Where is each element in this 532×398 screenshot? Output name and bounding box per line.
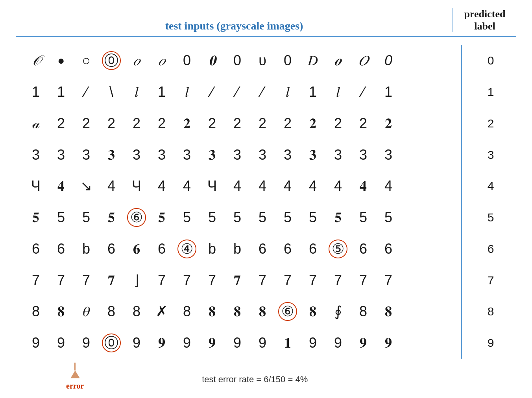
digit-row-1: 11∕\𝑙1𝑙∕∕∕𝑙1𝑙∕11 <box>16 76 516 108</box>
digit-cell-1-14: 1 <box>376 84 401 100</box>
digit-cell-7-6: 7 <box>175 272 199 289</box>
row-divider-3 <box>461 139 462 171</box>
digit-cell-6-14: 6 <box>376 241 401 257</box>
digit-cell-3-12: 3 <box>326 147 350 163</box>
predicted-number-5: 5 <box>488 211 494 224</box>
digit-cell-0-10: 0 <box>275 52 300 69</box>
digit-row-3: 333𝟑333𝟑333𝟑3333 <box>16 139 516 171</box>
digit-cell-5-0: 𝟓 <box>24 209 48 226</box>
digit-cell-2-13: 2 <box>351 115 375 132</box>
digit-cell-6-12: ⑤ <box>326 241 350 257</box>
digit-cell-4-7: Ч <box>200 178 224 194</box>
digit-cell-0-11: 𝐷 <box>301 52 325 69</box>
row-divider-0 <box>461 45 462 76</box>
digit-cell-0-0: 𝒪 <box>24 52 48 69</box>
digit-cell-5-2: 5 <box>74 209 98 226</box>
row-divider-7 <box>461 265 462 296</box>
arrow-stem <box>74 363 76 370</box>
digit-cell-4-4: Ч <box>124 178 149 194</box>
digit-cell-7-12: 7 <box>326 272 350 289</box>
digit-cell-5-12: 𝟓 <box>326 209 350 226</box>
digit-cell-3-8: 3 <box>225 147 249 163</box>
predicted-cell-3: 3 <box>465 148 516 162</box>
digit-cell-5-7: 5 <box>200 209 224 226</box>
digit-cell-3-1: 3 <box>49 147 73 163</box>
digit-cell-7-4: ⌋ <box>124 272 149 289</box>
digit-cell-8-10: ⑥ <box>275 303 300 320</box>
digit-cell-5-9: 5 <box>250 209 275 226</box>
digit-cell-3-7: 𝟑 <box>200 147 224 163</box>
digit-cell-8-3: 8 <box>99 303 124 320</box>
digit-cell-1-3: \ <box>99 84 124 100</box>
images-wrapper-0: 𝒪●○⓪𝑜𝑜0𝟎0υ0𝐷𝒐𝑂0 <box>16 51 458 70</box>
digit-cell-3-10: 3 <box>275 147 300 163</box>
digit-cell-3-9: 3 <box>250 147 275 163</box>
digit-cell-4-6: 4 <box>175 178 199 194</box>
digit-cell-5-5: 𝟓 <box>150 209 174 226</box>
digit-cell-9-13: 𝟗 <box>351 335 375 351</box>
digit-cell-9-1: 9 <box>49 335 73 351</box>
digit-cell-2-3: 2 <box>99 115 124 132</box>
digit-cell-7-5: 7 <box>150 272 174 289</box>
digit-cell-9-7: 𝟗 <box>200 335 224 351</box>
digit-cell-6-11: 6 <box>301 241 325 257</box>
digit-cell-9-10: 𝟏 <box>275 335 300 351</box>
digit-row-8: 8𝟖𝜃88✗8𝟖𝟖𝟖⑥𝟖∮8𝟖8 <box>16 296 516 328</box>
digit-cell-5-1: 5 <box>49 209 73 226</box>
digit-cell-2-14: 𝟐 <box>376 115 401 132</box>
digit-cell-0-5: 𝑜 <box>150 52 174 69</box>
digit-cell-0-7: 𝟎 <box>200 52 224 69</box>
digit-cell-9-2: 9 <box>74 335 98 351</box>
digit-cell-8-7: 𝟖 <box>200 303 224 320</box>
digit-cell-9-0: 9 <box>24 335 48 351</box>
digit-cell-1-10: 𝑙 <box>275 84 300 100</box>
digit-cell-6-6: ④ <box>175 241 199 257</box>
digit-cell-9-12: 9 <box>326 335 350 351</box>
digit-cell-4-14: 4 <box>376 178 401 194</box>
digit-cell-7-8: 𝟕 <box>225 272 249 289</box>
digit-cell-9-11: 9 <box>301 335 325 351</box>
digit-cell-1-6: 𝑙 <box>175 84 199 100</box>
digit-cell-0-14: 0 <box>376 52 401 69</box>
digit-cell-1-7: ∕ <box>200 84 224 100</box>
digit-row-4: Ч𝟒↘4Ч44Ч44444𝟒44 <box>16 170 516 202</box>
digit-cell-9-5: 𝟗 <box>150 335 174 351</box>
content-area: 𝒪●○⓪𝑜𝑜0𝟎0υ0𝐷𝒐𝑂0011∕\𝑙1𝑙∕∕∕𝑙1𝑙∕11𝒶22222𝟐2… <box>16 41 516 359</box>
digit-cell-3-6: 3 <box>175 147 199 163</box>
digit-cell-8-5: ✗ <box>150 303 174 320</box>
predicted-number-4: 4 <box>488 179 494 193</box>
digit-cell-6-5: 6 <box>150 241 174 257</box>
digit-cell-3-5: 3 <box>150 147 174 163</box>
digit-cell-6-13: 6 <box>351 241 375 257</box>
predicted-cell-0: 0 <box>465 54 516 67</box>
digit-cell-4-11: 4 <box>301 178 325 194</box>
digit-cell-5-6: 5 <box>175 209 199 226</box>
digit-cell-2-4: 2 <box>124 115 149 132</box>
digit-cell-6-8: b <box>225 241 249 257</box>
digit-cell-4-9: 4 <box>250 178 275 194</box>
digit-cell-8-9: 𝟖 <box>250 303 275 320</box>
digit-cell-6-0: 6 <box>24 241 48 257</box>
predicted-number-2: 2 <box>488 117 494 130</box>
digit-cell-1-5: 1 <box>150 84 174 100</box>
digit-cell-2-8: 2 <box>225 115 249 132</box>
digit-cell-4-1: 𝟒 <box>49 178 73 194</box>
digit-cell-1-2: ∕ <box>74 84 98 100</box>
row-divider-2 <box>461 108 462 139</box>
digit-cell-0-1: ● <box>49 54 73 67</box>
digit-cell-4-3: 4 <box>99 178 124 194</box>
predicted-number-1: 1 <box>488 85 494 99</box>
digit-cell-8-11: 𝟖 <box>301 303 325 320</box>
digit-row-6: 66b6𝟔6④bb666⑤666 <box>16 233 516 265</box>
digit-cell-2-6: 𝟐 <box>175 115 199 132</box>
predicted-number-7: 7 <box>488 274 494 287</box>
row-divider-9 <box>461 327 462 359</box>
predicted-number-6: 6 <box>488 242 494 256</box>
digit-cell-8-12: ∮ <box>326 303 350 320</box>
digit-cell-2-11: 𝟐 <box>301 115 325 132</box>
digit-cell-1-0: 1 <box>24 84 48 100</box>
digit-cell-5-3: 𝟓 <box>99 209 124 226</box>
digit-cell-7-7: 7 <box>200 272 224 289</box>
predicted-cell-4: 4 <box>465 179 516 193</box>
digit-cell-7-13: 7 <box>351 272 375 289</box>
